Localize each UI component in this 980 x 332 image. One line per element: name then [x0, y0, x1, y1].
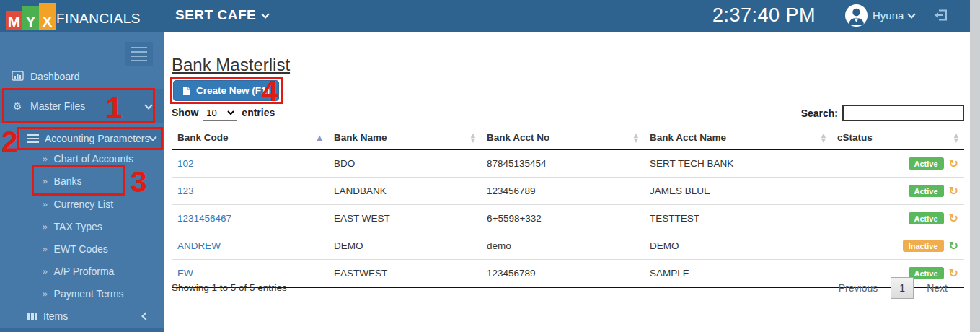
chevron-down-icon: [908, 10, 916, 18]
sidebar-item-ap-proforma[interactable]: » A/P Proforma: [0, 261, 164, 281]
sidebar: Dashboard ⚙ Master Files Accounting Para…: [0, 32, 164, 332]
double-angle-icon: »: [42, 243, 48, 255]
table-row: ANDREWDEMOdemoDEMOInactive↻: [172, 232, 964, 260]
bank-name-cell: BDO: [328, 149, 481, 178]
header-bank-acct-no[interactable]: Bank Acct No▲▼: [481, 126, 644, 149]
bank-acct-no-cell: 123456789: [481, 260, 644, 288]
topbar: M Y X FINANCIALS SERT CAFE 2:37:40 PM Hy…: [0, 0, 970, 32]
bank-acct-no-cell: 87845135454: [481, 149, 644, 178]
page-number-button[interactable]: 1: [891, 277, 914, 299]
page-length-control: Show 10 entries: [172, 105, 275, 121]
page-length-select[interactable]: 10: [203, 105, 237, 121]
page-title: Bank Masterlist: [172, 55, 290, 75]
bank-code-cell: 123: [172, 178, 328, 205]
sidebar-item-chart-of-accounts[interactable]: » Chart of Accounts: [0, 149, 164, 169]
chevron-down-icon: [262, 10, 270, 18]
header-bank-name[interactable]: Bank Name▲▼: [328, 126, 481, 149]
bank-code-cell: 1231456467: [172, 205, 328, 232]
bank-acct-name-cell: SERT TECH BANK: [644, 149, 831, 178]
create-new-button[interactable]: Create New (F1): [173, 80, 279, 101]
sidebar-item-master-files[interactable]: ⚙ Master Files: [0, 89, 164, 123]
sidebar-item-payment-terms[interactable]: » Payment Terms: [0, 284, 164, 304]
bank-code-link[interactable]: 102: [177, 158, 194, 169]
sidebar-bottom-strip: [0, 328, 164, 332]
previous-button[interactable]: Previous: [830, 278, 886, 298]
refresh-icon[interactable]: ↻: [949, 213, 958, 224]
sidebar-item-tax-types[interactable]: » TAX Types: [0, 217, 164, 237]
create-new-label: Create New (F1): [196, 85, 270, 96]
double-angle-icon: »: [42, 221, 48, 232]
bank-acct-name-cell: TESTTEST: [644, 205, 831, 232]
header-cstatus[interactable]: cStatus▲▼: [831, 126, 964, 149]
bank-name-cell: DEMO: [328, 232, 481, 260]
status-cell: Active↻: [831, 178, 964, 205]
bank-code-link[interactable]: ANDREW: [177, 240, 221, 251]
table-row: 102BDO87845135454SERT TECH BANKActive↻: [172, 149, 964, 178]
sidebar-item-label: Master Files: [30, 100, 85, 112]
header-bank-code[interactable]: Bank Code▲: [172, 126, 328, 149]
app-window: M Y X FINANCIALS SERT CAFE 2:37:40 PM Hy…: [0, 0, 980, 332]
double-angle-icon: »: [42, 153, 48, 165]
bar-chart-icon: [10, 71, 25, 83]
bank-acct-name-cell: DEMO: [644, 232, 831, 260]
table-body: 102BDO87845135454SERT TECH BANKActive↻12…: [172, 149, 964, 287]
chevron-down-icon: [144, 101, 152, 109]
list-icon: [27, 134, 39, 143]
bank-acct-no-cell: 123456789: [481, 178, 644, 205]
header-bank-acct-name[interactable]: Bank Acct Name▲▼: [644, 126, 831, 149]
search-input[interactable]: [842, 105, 964, 121]
bank-code-link[interactable]: 1231456467: [177, 213, 231, 224]
scrollbar[interactable]: [970, 0, 980, 332]
sidebar-item-label: EWT Codes: [54, 243, 108, 255]
sort-icon: ▲: [317, 134, 322, 141]
logout-button[interactable]: [933, 8, 949, 25]
next-button[interactable]: Next: [918, 278, 956, 298]
table-row: 1231456467EAST WEST6+5598+332TESTTESTAct…: [172, 205, 964, 232]
refresh-icon[interactable]: ↻: [949, 158, 958, 170]
table-row: 123LANDBANK123456789JAMES BLUEActive↻: [172, 178, 964, 205]
bank-name-cell: LANDBANK: [328, 178, 481, 205]
bank-acct-name-cell: JAMES BLUE: [644, 178, 831, 205]
bank-code-cell: ANDREW: [172, 232, 328, 260]
avatar: [845, 4, 868, 27]
bank-table: Bank Code▲ Bank Name▲▼ Bank Acct No▲▼ Ba…: [172, 126, 964, 288]
bank-code-cell: 102: [172, 149, 328, 178]
company-selector[interactable]: SERT CAFE: [175, 7, 268, 23]
sidebar-item-label: Payment Terms: [54, 288, 124, 300]
bank-name-cell: EASTWEST: [328, 260, 481, 288]
bank-code-link[interactable]: 123: [177, 185, 194, 196]
sidebar-item-label: Dashboard: [30, 71, 80, 82]
table-info: Showing 1 to 5 of 5 entries: [172, 282, 287, 293]
search-label: Search:: [801, 108, 838, 119]
sidebar-item-items[interactable]: Items: [0, 306, 164, 326]
show-label: Show: [172, 107, 198, 118]
pagination: Previous 1 Next: [830, 277, 956, 299]
sidebar-item-label: Items: [43, 310, 68, 322]
status-badge: Active: [909, 185, 944, 197]
sidebar-item-dashboard[interactable]: Dashboard: [0, 66, 164, 87]
logo-block-x: X: [39, 3, 56, 30]
sidebar-item-ewt-codes[interactable]: » EWT Codes: [0, 239, 164, 259]
sidebar-item-accounting-parameters[interactable]: Accounting Parameters: [20, 127, 164, 149]
user-menu[interactable]: Hyuna: [845, 4, 914, 27]
status-cell: Inactive↻: [831, 232, 964, 260]
bank-code-link[interactable]: EW: [177, 268, 193, 279]
search-control: Search:: [801, 105, 964, 121]
file-icon: [182, 86, 191, 96]
sort-icon: ▲▼: [821, 133, 826, 143]
status-cell: Active↻: [831, 205, 964, 232]
logo-text: FINANCIALS: [56, 11, 141, 30]
double-angle-icon: »: [42, 266, 48, 277]
sidebar-item-currency-list[interactable]: » Currency List: [0, 194, 164, 214]
entries-label: entries: [242, 107, 275, 118]
refresh-icon[interactable]: ↻: [949, 240, 958, 252]
bank-acct-name-cell: SAMPLE: [644, 260, 831, 288]
chevron-down-icon: [149, 133, 156, 141]
main-content: Bank Masterlist Create New (F1) Show 10 …: [164, 32, 970, 332]
status-badge: Active: [909, 212, 944, 224]
sidebar-item-label: Accounting Parameters: [45, 133, 150, 144]
company-name: SERT CAFE: [175, 7, 256, 23]
sidebar-toggle-button[interactable]: [125, 42, 153, 66]
sidebar-item-banks[interactable]: » Banks: [0, 171, 164, 191]
refresh-icon[interactable]: ↻: [949, 185, 958, 197]
